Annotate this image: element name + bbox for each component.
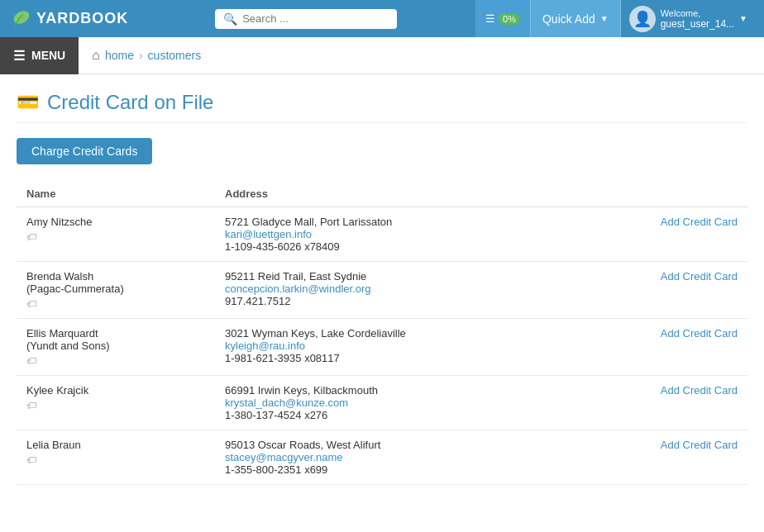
address-line: 5721 Gladyce Mall, Port Larissaton (225, 216, 564, 228)
customer-action-cell: Add Credit Card (574, 376, 747, 430)
customer-action-cell: Add Credit Card (574, 207, 747, 262)
menu-label: MENU (31, 49, 65, 62)
phone: 917.421.7512 (225, 295, 564, 307)
search-icon: 🔍 (223, 12, 237, 26)
breadcrumb-home[interactable]: home (105, 49, 134, 62)
page-title: Credit Card on File (47, 91, 213, 114)
breadcrumb-separator: › (139, 49, 143, 62)
add-credit-card-link[interactable]: Add Credit Card (661, 439, 738, 451)
main-content: 💳 Credit Card on File Charge Credit Card… (0, 74, 764, 501)
tag-icon: 🏷 (26, 400, 205, 411)
header-right: ☰ 0% Quick Add ▼ 👤 Welcome, guest_user_1… (475, 0, 756, 37)
address-line: 95013 Oscar Roads, West Alifurt (225, 439, 564, 451)
customer-name: Brenda Walsh (26, 270, 93, 283)
customer-name: Kylee Krajcik (26, 384, 88, 397)
header: Yardbook 🔍 ☰ 0% Quick Add ▼ 👤 Welcome, g… (0, 0, 764, 37)
svg-point-0 (12, 7, 31, 26)
user-menu-button[interactable]: 👤 Welcome, guest_user_14... ▼ (621, 0, 756, 37)
address-line: 95211 Reid Trail, East Sydnie (225, 270, 564, 283)
customer-name: Lelia Braun (26, 439, 81, 451)
add-credit-card-link[interactable]: Add Credit Card (661, 270, 738, 283)
customer-address-cell: 95013 Oscar Roads, West Alifurtstacey@ma… (215, 430, 574, 485)
email-link[interactable]: kari@luettgen.info (225, 228, 312, 240)
customers-table: Name Address Amy Nitzsche🏷5721 Gladyce M… (17, 181, 747, 485)
customer-name-cell: Ellis Marquardt(Yundt and Sons)🏷 (17, 319, 215, 376)
user-chevron-icon: ▼ (739, 14, 747, 23)
col-action-header (574, 181, 747, 207)
notification-badge: 0% (499, 13, 520, 25)
list-icon: ☰ (485, 12, 495, 25)
add-credit-card-link[interactable]: Add Credit Card (661, 384, 738, 397)
phone: 1-981-621-3935 x08117 (225, 352, 564, 364)
phone: 1-380-137-4524 x276 (225, 409, 564, 421)
chevron-down-icon: ▼ (600, 14, 609, 23)
email-link[interactable]: kyleigh@rau.info (225, 340, 305, 352)
customers-list: Amy Nitzsche🏷5721 Gladyce Mall, Port Lar… (17, 207, 747, 485)
email-link[interactable]: concepcion.larkin@windler.org (225, 283, 371, 295)
col-name-header: Name (17, 181, 215, 207)
table-row: Ellis Marquardt(Yundt and Sons)🏷3021 Wym… (17, 319, 747, 376)
add-credit-card-link[interactable]: Add Credit Card (661, 216, 738, 228)
customer-company: (Pagac-Cummerata) (26, 283, 205, 295)
table-row: Brenda Walsh(Pagac-Cummerata)🏷95211 Reid… (17, 262, 747, 319)
add-credit-card-link[interactable]: Add Credit Card (661, 327, 738, 340)
table-row: Lelia Braun🏷95013 Oscar Roads, West Alif… (17, 430, 747, 485)
quick-add-label: Quick Add (542, 12, 595, 26)
tag-icon: 🏷 (26, 298, 205, 310)
customer-address-cell: 95211 Reid Trail, East Sydnieconcepcion.… (215, 262, 574, 319)
search-box: 🔍 (215, 9, 397, 29)
address-line: 3021 Wyman Keys, Lake Cordeliaville (225, 327, 564, 340)
table-header: Name Address (17, 181, 747, 207)
customer-action-cell: Add Credit Card (574, 319, 747, 376)
logo-text: Yardbook (36, 10, 128, 27)
navbar: ☰ MENU ⌂ home › customers (0, 37, 764, 74)
customer-address-cell: 5721 Gladyce Mall, Port Larissatonkari@l… (215, 207, 574, 262)
logo: Yardbook (8, 7, 128, 31)
email-link[interactable]: stacey@macgyver.name (225, 451, 343, 463)
tag-icon: 🏷 (26, 231, 205, 243)
menu-button[interactable]: ☰ MENU (0, 37, 79, 74)
search-area: 🔍 (143, 9, 469, 29)
avatar: 👤 (629, 6, 656, 32)
search-input[interactable] (242, 12, 389, 25)
table-row: Amy Nitzsche🏷5721 Gladyce Mall, Port Lar… (17, 207, 747, 262)
phone: 1-109-435-6026 x78409 (225, 240, 564, 253)
home-icon[interactable]: ⌂ (92, 48, 100, 63)
email-link[interactable]: krystal_dach@kunze.com (225, 397, 348, 409)
customer-name-cell: Kylee Krajcik🏷 (17, 376, 215, 430)
credit-card-icon: 💳 (17, 92, 39, 113)
table-row: Kylee Krajcik🏷66991 Irwin Keys, Kilbackm… (17, 376, 747, 430)
customer-name: Amy Nitzsche (26, 216, 92, 228)
customer-name-cell: Lelia Braun🏷 (17, 430, 215, 485)
customer-address-cell: 3021 Wyman Keys, Lake Cordeliavillekylei… (215, 319, 574, 376)
notification-button[interactable]: ☰ 0% (475, 0, 530, 37)
tag-icon: 🏷 (26, 355, 205, 367)
logo-leaf-icon (8, 7, 31, 31)
address-line: 66991 Irwin Keys, Kilbackmouth (225, 384, 564, 397)
customer-action-cell: Add Credit Card (574, 430, 747, 485)
customer-company: (Yundt and Sons) (26, 340, 205, 352)
hamburger-icon: ☰ (13, 48, 25, 64)
col-address-header: Address (215, 181, 574, 207)
charge-credit-cards-button[interactable]: Charge Credit Cards (17, 138, 152, 164)
tag-icon: 🏷 (26, 454, 205, 466)
breadcrumb-current: customers (148, 49, 202, 62)
breadcrumb: ⌂ home › customers (79, 48, 214, 63)
phone: 1-355-800-2351 x699 (225, 463, 564, 476)
customer-name: Ellis Marquardt (26, 327, 98, 340)
quick-add-button[interactable]: Quick Add ▼ (530, 0, 621, 37)
customer-address-cell: 66991 Irwin Keys, Kilbackmouthkrystal_da… (215, 376, 574, 430)
welcome-text: Welcome, (661, 8, 734, 18)
customer-name-cell: Amy Nitzsche🏷 (17, 207, 215, 262)
page-title-area: 💳 Credit Card on File (17, 91, 747, 123)
username-text: guest_user_14... (661, 18, 734, 30)
customer-action-cell: Add Credit Card (574, 262, 747, 319)
customer-name-cell: Brenda Walsh(Pagac-Cummerata)🏷 (17, 262, 215, 319)
